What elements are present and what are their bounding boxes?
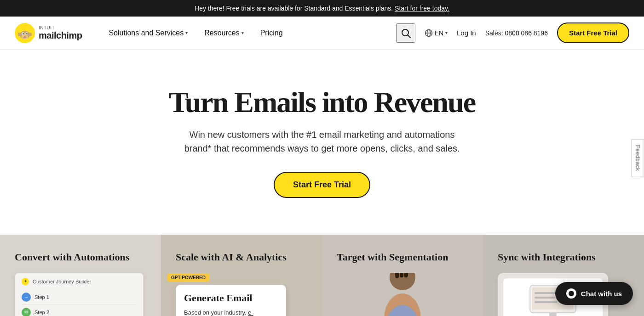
top-banner: Hey there! Free trials are available for… bbox=[0, 0, 644, 17]
mailchimp-logo-icon bbox=[15, 23, 35, 43]
step2-icon: ✉ bbox=[22, 308, 31, 316]
journey-row-1: → Step 1 bbox=[22, 290, 137, 305]
person-silhouette-icon bbox=[356, 273, 448, 316]
svg-point-7 bbox=[23, 36, 27, 38]
chat-icon bbox=[566, 288, 576, 299]
hero-subtitle: Win new customers with the #1 email mark… bbox=[179, 128, 465, 155]
nav-solutions[interactable]: Solutions and Services ▾ bbox=[100, 17, 196, 50]
mc-logo-small-icon: ✦ bbox=[22, 278, 29, 285]
banner-link[interactable]: Start for free today. bbox=[395, 5, 449, 12]
nav-resources[interactable]: Resources ▾ bbox=[196, 17, 252, 50]
feedback-tab[interactable]: Feedback bbox=[632, 139, 644, 177]
logo-text: INTUIT mailchimp bbox=[39, 25, 82, 40]
nav-links: Solutions and Services ▾ Resources ▾ Pri… bbox=[100, 17, 396, 50]
chevron-down-icon: ▾ bbox=[242, 30, 244, 35]
hero-cta-button[interactable]: Start Free Trial bbox=[274, 172, 370, 198]
search-button[interactable] bbox=[396, 23, 415, 43]
panel-automations-title: Convert with Automations bbox=[15, 251, 146, 263]
navbar: INTUIT mailchimp Solutions and Services … bbox=[0, 17, 644, 50]
generate-card-text: Based on your industry, e-commerce, and … bbox=[184, 309, 278, 316]
lang-chevron-icon: ▾ bbox=[445, 30, 448, 35]
logo-intuit: INTUIT bbox=[39, 25, 82, 30]
journey-step1-label: Step 1 bbox=[34, 294, 49, 300]
panel-analytics: Scale with AI & Analytics GPT POWERED Ge… bbox=[161, 235, 322, 316]
step1-icon: → bbox=[22, 293, 31, 302]
nav-right: EN ▾ Log In Sales: 0800 086 8196 Start F… bbox=[396, 23, 629, 43]
svg-rect-17 bbox=[400, 273, 403, 277]
logo[interactable]: INTUIT mailchimp bbox=[15, 23, 82, 43]
panel-segmentation: Target with Segmentation bbox=[322, 235, 483, 316]
svg-point-5 bbox=[23, 33, 23, 34]
svg-rect-25 bbox=[535, 301, 558, 303]
logo-mailchimp: mailchimp bbox=[39, 30, 82, 40]
svg-rect-26 bbox=[549, 313, 557, 316]
hero-section: Turn Emails into Revenue Win new custome… bbox=[0, 50, 644, 235]
search-icon bbox=[401, 28, 411, 38]
journey-header: ✦ Customer Journey Builder bbox=[22, 278, 137, 285]
chevron-down-icon: ▾ bbox=[185, 30, 188, 35]
journey-row-2: ✉ Step 2 bbox=[22, 305, 137, 316]
globe-icon bbox=[425, 29, 433, 37]
banner-text: Hey there! Free trials are available for… bbox=[195, 5, 395, 12]
panel-automations: Convert with Automations ✦ Customer Jour… bbox=[0, 235, 161, 316]
generate-card-title: Generate Email bbox=[184, 292, 278, 304]
nav-cta-button[interactable]: Start Free Trial bbox=[557, 23, 629, 43]
chat-button[interactable]: Chat with us bbox=[555, 282, 633, 305]
chat-icon-inner bbox=[569, 291, 574, 296]
sales-number: Sales: 0800 086 8196 bbox=[485, 29, 548, 37]
panel-analytics-title: Scale with AI & Analytics bbox=[176, 251, 307, 263]
panel-segmentation-title: Target with Segmentation bbox=[337, 251, 468, 263]
svg-line-11 bbox=[408, 35, 410, 38]
nav-pricing[interactable]: Pricing bbox=[252, 17, 291, 50]
hero-title: Turn Emails into Revenue bbox=[169, 86, 475, 118]
feature-panels: Convert with Automations ✦ Customer Jour… bbox=[0, 235, 644, 316]
journey-builder-card: ✦ Customer Journey Builder → Step 1 ✉ St… bbox=[15, 273, 144, 316]
chat-label: Chat with us bbox=[581, 290, 622, 298]
login-link[interactable]: Log In bbox=[457, 29, 476, 37]
svg-point-8 bbox=[18, 33, 21, 36]
language-selector[interactable]: EN ▾ bbox=[425, 29, 448, 37]
svg-point-6 bbox=[26, 33, 27, 34]
journey-header-label: Customer Journey Builder bbox=[33, 279, 91, 284]
svg-rect-24 bbox=[535, 297, 555, 299]
journey-step2-label: Step 2 bbox=[34, 310, 49, 315]
gpt-badge: GPT POWERED bbox=[167, 273, 209, 282]
svg-point-9 bbox=[29, 33, 32, 36]
generate-email-card: Generate Email Based on your industry, e… bbox=[176, 285, 286, 316]
feedback-label: Feedback bbox=[635, 145, 641, 171]
lang-label: EN bbox=[435, 29, 443, 37]
panel-integrations-title: Sync with Integrations bbox=[498, 251, 629, 263]
